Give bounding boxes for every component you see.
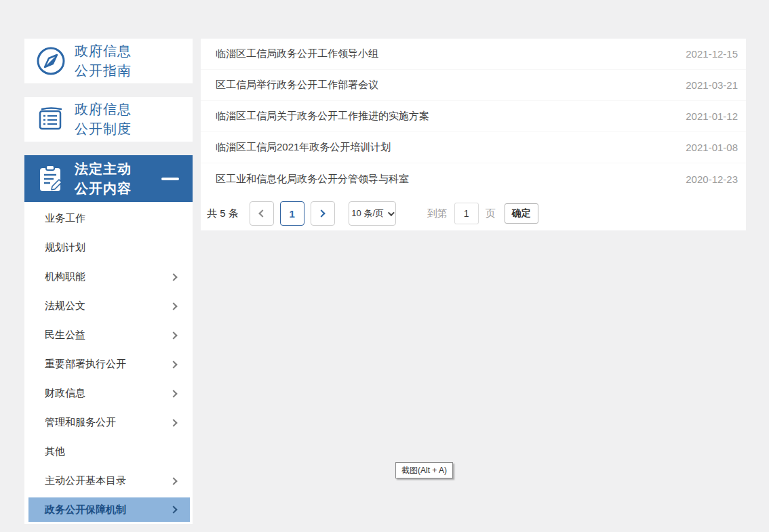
sidebar-item-fiscal-info[interactable]: 财政信息: [24, 379, 193, 408]
sidebar-item-basic-catalog[interactable]: 主动公开基本目录: [24, 466, 193, 495]
goto-page-prefix-label: 到第: [427, 207, 448, 220]
screenshot-tooltip: 截图(Alt + A): [395, 462, 453, 478]
chevron-left-icon: [259, 209, 267, 217]
article-title-link[interactable]: 区工业和信息化局政务公开分管领导与科室: [216, 173, 409, 186]
notebook-icon: [35, 104, 66, 135]
article-row[interactable]: 临淄区工信局关于政务公开工作推进的实施方案 2021-01-12: [201, 101, 746, 132]
page-number-button[interactable]: 1: [280, 201, 304, 226]
sidebar-block-gov-info-system[interactable]: 政府信息 公开制度: [24, 97, 193, 142]
sidebar-block-label: 政府信息 公开指南: [75, 41, 132, 81]
sidebar-item-business-work[interactable]: 业务工作: [24, 204, 193, 233]
goto-page-suffix-label: 页: [486, 207, 496, 220]
pagination-bar: 共 5 条 1 10 条/页 到第 页 确定: [201, 201, 746, 226]
article-date: 2021-01-08: [686, 142, 738, 153]
sidebar-item-safeguard-mechanism[interactable]: 政务公开保障机制: [28, 497, 190, 522]
sidebar-item-management-service[interactable]: 管理和服务公开: [24, 408, 193, 437]
article-title-link[interactable]: 临淄区工信局2021年政务公开培训计划: [216, 141, 391, 154]
article-row[interactable]: 临淄区工信局政务公开工作领导小组 2021-12-15: [201, 39, 746, 70]
article-row[interactable]: 区工业和信息化局政务公开分管领导与科室 2020-12-23: [201, 163, 746, 195]
sidebar-item-planning[interactable]: 规划计划: [24, 233, 193, 262]
sidebar-nav-list: 业务工作 规划计划 机构职能 法规公文 民生公益 重要部署执行公开 财政信息 管…: [24, 202, 193, 524]
chevron-right-icon: [170, 390, 177, 397]
sidebar-block-gov-info-guide[interactable]: 政府信息 公开指南: [24, 39, 193, 83]
chevron-down-icon: [388, 209, 395, 216]
chevron-right-icon: [170, 361, 177, 368]
article-list: 临淄区工信局政务公开工作领导小组 2021-12-15 区工信局举行政务公开工作…: [201, 39, 746, 195]
article-title-link[interactable]: 临淄区工信局政务公开工作领导小组: [216, 47, 378, 60]
prev-page-button[interactable]: [250, 201, 274, 226]
chevron-right-icon: [170, 506, 177, 513]
sidebar-block-statutory-disclosure[interactable]: 法定主动 公开内容: [24, 155, 193, 202]
article-row[interactable]: 区工信局举行政务公开工作部署会议 2021-03-21: [201, 70, 746, 101]
compass-icon: [35, 45, 66, 77]
sidebar-item-org-functions[interactable]: 机构职能: [24, 262, 193, 291]
article-title-link[interactable]: 区工信局举行政务公开工作部署会议: [216, 79, 378, 91]
sidebar-block-label: 法定主动 公开内容: [75, 159, 132, 199]
sidebar: 政府信息 公开指南 政府信息 公开制度: [24, 39, 193, 524]
clipboard-pencil-icon: [35, 163, 66, 195]
article-list-panel: 临淄区工信局政务公开工作领导小组 2021-12-15 区工信局举行政务公开工作…: [201, 39, 746, 230]
sidebar-item-key-deployment[interactable]: 重要部署执行公开: [24, 350, 193, 379]
sidebar-item-public-welfare[interactable]: 民生公益: [24, 321, 193, 350]
article-title-link[interactable]: 临淄区工信局关于政务公开工作推进的实施方案: [216, 110, 429, 123]
chevron-right-icon: [318, 209, 326, 217]
article-date: 2021-03-21: [686, 79, 738, 91]
confirm-button[interactable]: 确定: [505, 203, 538, 224]
goto-page-input[interactable]: [454, 203, 479, 224]
chevron-right-icon: [170, 419, 177, 426]
sidebar-item-other[interactable]: 其他: [24, 437, 193, 466]
chevron-right-icon: [170, 273, 177, 281]
chevron-right-icon: [170, 331, 177, 339]
chevron-right-icon: [170, 302, 177, 310]
sidebar-block-label: 政府信息 公开制度: [75, 100, 132, 139]
page-size-select[interactable]: 10 条/页: [349, 201, 396, 226]
article-date: 2021-12-15: [686, 48, 738, 60]
collapse-minus-icon: [161, 178, 179, 180]
article-row[interactable]: 临淄区工信局2021年政务公开培训计划 2021-01-08: [201, 132, 746, 163]
chevron-right-icon: [170, 477, 177, 485]
next-page-button[interactable]: [311, 201, 335, 226]
article-date: 2020-12-23: [686, 173, 738, 185]
screenshot-tooltip-label: 截图(Alt + A): [401, 465, 447, 476]
sidebar-item-regulations[interactable]: 法规公文: [24, 291, 193, 321]
article-date: 2021-01-12: [686, 110, 738, 122]
pagination-total: 共 5 条: [207, 207, 239, 220]
